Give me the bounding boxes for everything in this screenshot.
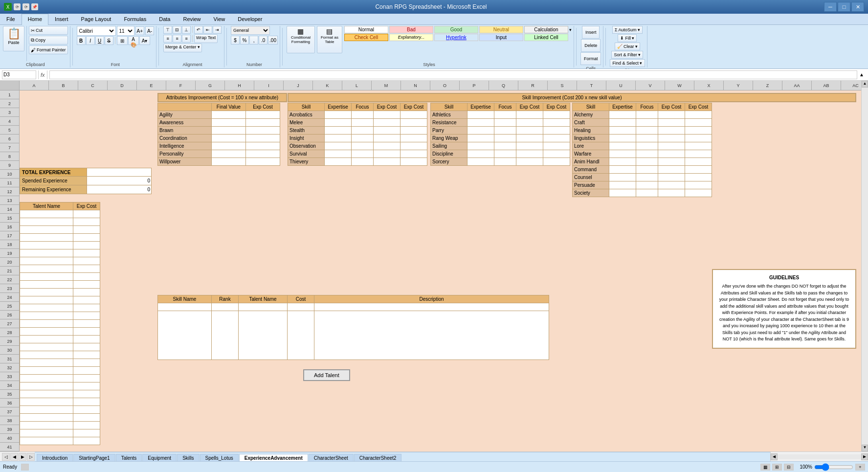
- increase-font-button[interactable]: A+: [135, 26, 145, 35]
- col-header-Q[interactable]: Q: [489, 81, 518, 90]
- tab-view[interactable]: View: [207, 14, 232, 24]
- attr-brawn-cost[interactable]: [246, 127, 280, 135]
- col-header-AC[interactable]: AC: [841, 81, 861, 90]
- col-header-Z[interactable]: Z: [753, 81, 782, 90]
- underline-button[interactable]: U: [95, 36, 104, 45]
- window-controls[interactable]: ─ □ ✕: [824, 2, 864, 12]
- style-linked-cell[interactable]: Linked Cell: [524, 34, 568, 41]
- attr-willpower-final[interactable]: [212, 158, 246, 166]
- style-hyperlink-cell[interactable]: Hyperlink: [434, 34, 478, 41]
- tab-talents[interactable]: Talents: [116, 454, 142, 462]
- strikethrough-button[interactable]: S: [105, 36, 113, 45]
- cut-button[interactable]: ✂Cut: [29, 26, 68, 35]
- style-explanatory-cell[interactable]: Explanatory...: [389, 34, 433, 41]
- attr-intelligence-cost[interactable]: [246, 142, 280, 150]
- style-input-cell[interactable]: Input: [479, 34, 523, 41]
- total-exp-input[interactable]: [87, 168, 151, 176]
- col-header-C[interactable]: C: [78, 81, 108, 90]
- sheet-tab-next-button[interactable]: ▶: [19, 453, 26, 461]
- col-header-M[interactable]: M: [372, 81, 401, 90]
- formula-expand-icon[interactable]: ▲: [859, 72, 866, 77]
- tab-insert[interactable]: Insert: [48, 14, 75, 24]
- col-header-T[interactable]: T: [577, 81, 606, 90]
- cell-reference-input[interactable]: [2, 70, 36, 79]
- style-normal-cell[interactable]: Normal: [344, 26, 388, 33]
- number-format-select[interactable]: General: [231, 26, 270, 35]
- add-talent-button[interactable]: Add Talent: [303, 369, 350, 381]
- formula-input[interactable]: [49, 70, 857, 79]
- format-as-table-button[interactable]: ▤ Format as Table: [317, 26, 342, 53]
- normal-view-button[interactable]: ▦: [760, 464, 770, 471]
- increase-decimal-button[interactable]: .0: [259, 36, 267, 45]
- attr-awareness-cost[interactable]: [246, 119, 280, 127]
- col-header-AB[interactable]: AB: [812, 81, 841, 90]
- sheet-tab-next2-button[interactable]: ▷: [27, 453, 35, 461]
- remaining-exp-input[interactable]: [87, 185, 151, 194]
- col-header-J[interactable]: J: [284, 81, 313, 90]
- close-button[interactable]: ✕: [851, 2, 864, 12]
- tab-data[interactable]: Data: [153, 14, 177, 24]
- find-select-button[interactable]: Find & Select ▾: [610, 59, 645, 67]
- percent-button[interactable]: %: [240, 36, 249, 45]
- tab-review[interactable]: Review: [177, 14, 207, 24]
- style-bad-cell[interactable]: Bad: [389, 26, 433, 33]
- font-color-button[interactable]: A▾: [139, 36, 150, 45]
- zoom-slider[interactable]: [814, 463, 853, 471]
- col-header-I[interactable]: I: [254, 81, 284, 90]
- insert-button[interactable]: Insert: [582, 26, 600, 39]
- col-header-K[interactable]: K: [313, 81, 342, 90]
- font-name-select[interactable]: Calibri: [77, 26, 116, 36]
- col-header-E[interactable]: E: [137, 81, 166, 90]
- fill-button[interactable]: ⬇Fill ▾: [618, 34, 637, 42]
- spreadsheet-content[interactable]: Attributes Improvement (Cost = 100 x new…: [20, 90, 861, 451]
- sheet-tab-prev2-button[interactable]: ◀: [10, 453, 18, 461]
- col-header-W[interactable]: W: [665, 81, 694, 90]
- attr-personality-final[interactable]: [212, 150, 246, 158]
- border-button[interactable]: ⊞: [117, 36, 128, 45]
- attr-willpower-cost[interactable]: [246, 158, 280, 166]
- spent-exp-input[interactable]: [87, 177, 151, 185]
- col-header-R[interactable]: R: [518, 81, 548, 90]
- col-header-N[interactable]: N: [401, 81, 430, 90]
- paste-button[interactable]: 📋 Paste: [3, 26, 24, 51]
- styles-dropdown[interactable]: ▾: [569, 26, 572, 33]
- col-header-A[interactable]: A: [20, 81, 49, 90]
- conditional-formatting-button[interactable]: ▦ Conditional Formatting: [287, 26, 315, 53]
- scroll-up-button[interactable]: ▲: [862, 81, 868, 88]
- col-header-P[interactable]: P: [460, 81, 489, 90]
- scroll-down-button[interactable]: ▼: [862, 445, 868, 451]
- tab-formulas[interactable]: Formulas: [117, 14, 153, 24]
- attr-agility-final[interactable]: [212, 111, 246, 119]
- style-neutral-cell[interactable]: Neutral: [479, 26, 523, 33]
- minimize-button[interactable]: ─: [824, 2, 837, 12]
- tab-developer[interactable]: Developer: [231, 14, 268, 24]
- col-header-H[interactable]: H: [225, 81, 254, 90]
- indent-increase-button[interactable]: ⇥: [213, 26, 222, 34]
- col-header-AA[interactable]: AA: [782, 81, 812, 90]
- scroll-right-button[interactable]: ▶: [861, 453, 868, 460]
- italic-button[interactable]: I: [86, 36, 95, 45]
- accounting-format-button[interactable]: $: [231, 36, 240, 45]
- copy-button[interactable]: ⧉Copy: [29, 36, 68, 45]
- wrap-text-button[interactable]: Wrap Text: [194, 34, 218, 43]
- align-middle-button[interactable]: ⊟: [173, 26, 181, 34]
- merge-center-button[interactable]: Merge & Center ▾: [163, 44, 202, 52]
- attr-brawn-final[interactable]: [212, 127, 246, 135]
- col-header-U[interactable]: U: [606, 81, 636, 90]
- indent-decrease-button[interactable]: ⇤: [203, 26, 212, 34]
- page-break-view-button[interactable]: ⊟: [784, 464, 794, 471]
- col-header-Y[interactable]: Y: [724, 81, 753, 90]
- align-right-button[interactable]: ≡: [182, 35, 191, 43]
- tab-character-sheet2[interactable]: CharacterSheet2: [354, 454, 402, 462]
- attr-agility-cost[interactable]: [246, 111, 280, 119]
- tab-page-layout[interactable]: Page Layout: [75, 14, 118, 24]
- tab-equipment[interactable]: Equipment: [142, 454, 177, 462]
- font-size-select[interactable]: 11: [117, 26, 134, 36]
- decrease-decimal-button[interactable]: .00: [268, 36, 278, 45]
- col-header-G[interactable]: G: [196, 81, 225, 90]
- col-header-S[interactable]: S: [548, 81, 577, 90]
- sort-filter-button[interactable]: Sort & Filter ▾: [611, 51, 643, 59]
- style-check-cell[interactable]: Check Cell: [344, 34, 388, 41]
- tab-startingpage1[interactable]: StartingPage1: [73, 454, 115, 462]
- style-good-cell[interactable]: Good: [434, 26, 478, 33]
